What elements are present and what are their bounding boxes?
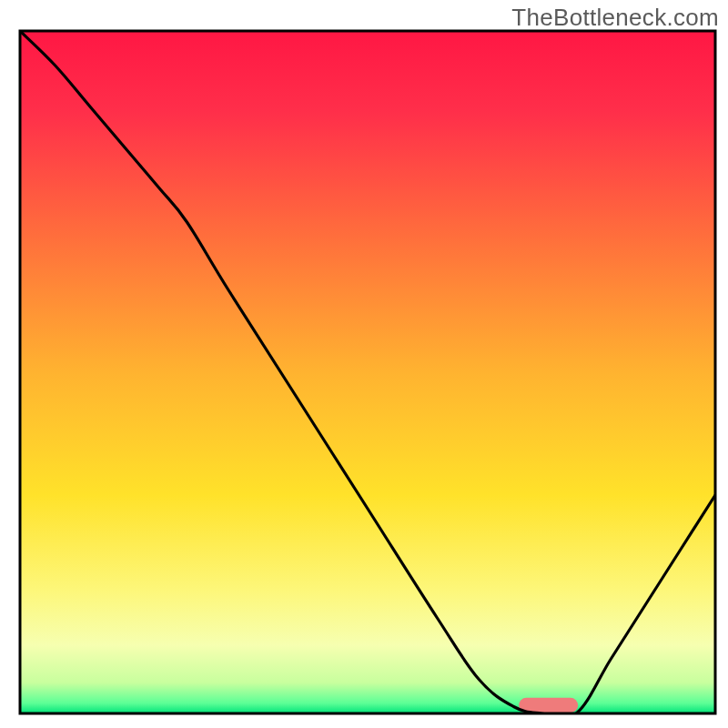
plot-background: [20, 31, 715, 713]
watermark-text: TheBottleneck.com: [511, 4, 719, 32]
chart-container: TheBottleneck.com: [0, 0, 728, 728]
bottleneck-chart: [0, 0, 728, 728]
